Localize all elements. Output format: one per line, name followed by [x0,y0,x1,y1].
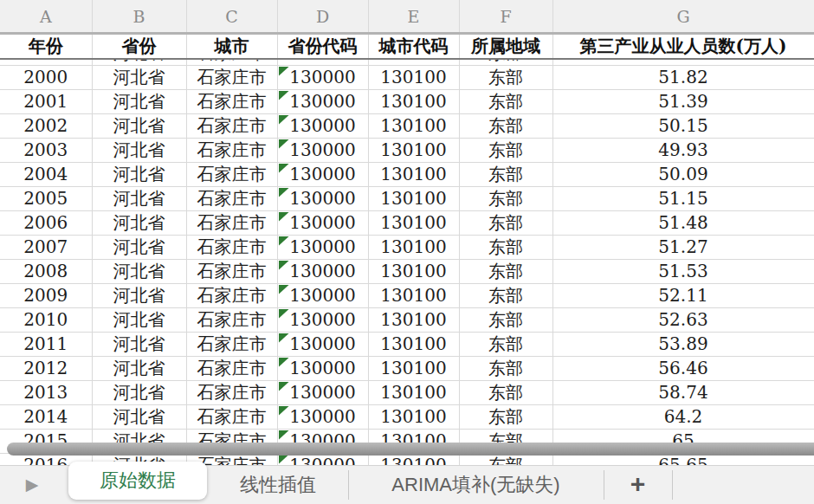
cell-value[interactable]: 49.93 [552,139,814,163]
cell-city-code[interactable]: 130100 [368,66,459,90]
add-sheet-button[interactable]: + [604,466,671,504]
cell-year[interactable]: 2013 [0,381,92,405]
cell-region[interactable]: 东部 [459,211,552,236]
cell-city[interactable]: 石家庄市 [186,90,277,114]
tab-original-data[interactable]: 原始数据 [68,462,207,500]
cell-city-code[interactable]: 130100 [368,114,459,139]
column-header-d[interactable]: D [277,0,368,34]
header-cell-region[interactable]: 所属地域 [459,34,552,60]
cell-region[interactable]: 东部 [459,187,552,211]
cell-city-code[interactable]: 130100 [368,236,459,260]
cell-province[interactable]: 河北省 [92,66,186,90]
cell-year[interactable]: 2005 [0,187,92,211]
column-header-a[interactable]: A [0,0,92,34]
cell-value[interactable]: 64.2 [552,405,814,430]
cell-value[interactable]: 51.27 [552,236,814,260]
column-header-b[interactable]: B [92,0,186,34]
cell-year[interactable]: 2006 [0,211,92,236]
cell-city[interactable]: 石家庄市 [186,357,277,381]
cell-province-code[interactable]: 130000 [277,66,368,90]
cell-year[interactable]: 2010 [0,308,92,333]
cell-province[interactable]: 河北省 [92,333,186,357]
cell-province[interactable]: 河北省 [92,114,186,139]
cell-value[interactable]: 52.63 [552,308,814,333]
cell-province-code[interactable]: 130000 [277,381,368,405]
cell-year[interactable]: 2008 [0,260,92,284]
cell-region[interactable]: 东部 [459,308,552,333]
cell-region[interactable]: 东部 [459,59,552,66]
tab-linear-interpolation[interactable]: 线性插值 [209,466,347,504]
cell-province-code[interactable]: 130000 [277,284,368,308]
cell-value[interactable]: 51.82 [552,66,814,90]
cell-value[interactable]: 53.89 [552,333,814,357]
cell-province[interactable]: 河北省 [92,308,186,333]
cell-province[interactable]: 河北省 [92,381,186,405]
cell-city-code[interactable]: 130100 [368,405,459,430]
cell-year[interactable]: 2007 [0,236,92,260]
cell-region[interactable]: 东部 [459,260,552,284]
sheet-nav-arrow-icon[interactable]: ▶ [17,466,47,504]
cell-city-code[interactable]: 130100 [368,59,459,66]
cell-region[interactable]: 东部 [459,236,552,260]
cell-region[interactable]: 东部 [459,357,552,381]
column-header-e[interactable]: E [368,0,459,34]
cell-year[interactable]: 2012 [0,357,92,381]
cell-value[interactable]: 50.09 [552,163,814,187]
cell-province[interactable]: 河北省 [92,90,186,114]
cell-province-code[interactable]: 130000 [277,260,368,284]
cell-year[interactable]: 2004 [0,163,92,187]
cell-year[interactable]: 2000 [0,66,92,90]
cell-city[interactable]: 石家庄市 [186,236,277,260]
column-header-c[interactable]: C [186,0,277,34]
cell-value[interactable]: 51.15 [552,187,814,211]
cell-value[interactable]: 56.46 [552,357,814,381]
cell-city-code[interactable]: 130100 [368,357,459,381]
cell-value[interactable]: 58.74 [552,381,814,405]
cell-province-code[interactable]: 130000 [277,139,368,163]
cell-year[interactable]: 2003 [0,139,92,163]
cell-city-code[interactable]: 130100 [368,333,459,357]
cell-province-code[interactable]: 130000 [277,163,368,187]
cell-province-code[interactable]: 130000 [277,308,368,333]
header-cell-value[interactable]: 第三产业从业人员数(万人) [552,34,814,60]
cell-city[interactable]: 石家庄市 [186,381,277,405]
cell-city-code[interactable]: 130100 [368,308,459,333]
cell-year[interactable]: 1999 [0,59,92,66]
cell-value[interactable]: 51.48 [552,211,814,236]
cell-region[interactable]: 东部 [459,381,552,405]
header-cell-city-code[interactable]: 城市代码 [368,34,459,60]
cell-city[interactable]: 石家庄市 [186,139,277,163]
cell-province[interactable]: 河北省 [92,405,186,430]
cell-city[interactable]: 石家庄市 [186,260,277,284]
cell-city[interactable]: 石家庄市 [186,163,277,187]
cell-city-code[interactable]: 130100 [368,139,459,163]
cell-year[interactable]: 2002 [0,114,92,139]
cell-region[interactable]: 东部 [459,405,552,430]
cell-province[interactable]: 河北省 [92,284,186,308]
cell-city[interactable]: 石家庄市 [186,66,277,90]
cell-province-code[interactable]: 130000 [277,114,368,139]
cell-city[interactable]: 石家庄市 [186,59,277,66]
column-header-g[interactable]: G [552,0,814,34]
cell-city-code[interactable]: 130100 [368,211,459,236]
cell-city[interactable]: 石家庄市 [186,211,277,236]
cell-province[interactable]: 河北省 [92,211,186,236]
cell-province-code[interactable]: 130000 [277,333,368,357]
cell-province[interactable]: 河北省 [92,139,186,163]
cell-region[interactable]: 东部 [459,163,552,187]
cell-province-code[interactable]: 130000 [277,357,368,381]
header-cell-province-code[interactable]: 省份代码 [277,34,368,60]
cell-city-code[interactable]: 130100 [368,187,459,211]
cell-province-code[interactable]: 130000 [277,236,368,260]
cell-province[interactable]: 河北省 [92,236,186,260]
cell-city-code[interactable]: 130100 [368,284,459,308]
cell-province-code[interactable]: 130000 [277,187,368,211]
cell-province[interactable]: 河北省 [92,357,186,381]
cell-region[interactable]: 东部 [459,333,552,357]
cell-region[interactable]: 东部 [459,284,552,308]
cell-year[interactable]: 2009 [0,284,92,308]
cell-value[interactable]: 52.11 [552,284,814,308]
cell-region[interactable]: 东部 [459,66,552,90]
cell-city[interactable]: 石家庄市 [186,308,277,333]
cell-value[interactable]: 51.39 [552,90,814,114]
